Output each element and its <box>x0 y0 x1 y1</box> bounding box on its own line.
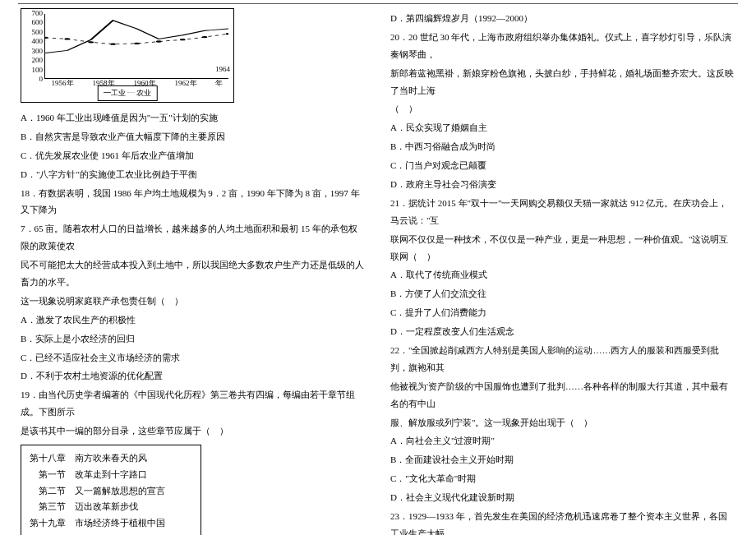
agri-markers <box>45 33 228 45</box>
q22-stem: 22．"全国掀起削减西方人特别是美国人影响的运动……西方人的服装和西服受到批判，… <box>390 342 735 376</box>
series-industry-line <box>45 21 228 53</box>
chart-lines-svg <box>45 14 228 78</box>
q18-option-a: A．激发了农民生产的积极性 <box>21 311 366 329</box>
q20-stem: （ ） <box>390 100 735 118</box>
q21-stem: 21．据统计 2015 年"双十一"一天网购交易额仅天猫一家就达 912 亿元。… <box>390 195 735 229</box>
q21-option-a: A．取代了传统商业模式 <box>390 266 735 284</box>
q21-option-c: C．提升了人们消费能力 <box>390 304 735 321</box>
q21-option-b: B．方便了人们交流交往 <box>390 285 735 302</box>
q17-option-b: B．自然灾害是导致农业产值大幅度下降的主要原因 <box>21 128 366 145</box>
q18-option-d: D．不利于农村土地资源的优化配置 <box>21 367 366 385</box>
q17-option-d: D．"八字方针"的实施使工农业比例趋于平衡 <box>21 166 366 183</box>
xtick: 1956年 <box>52 76 74 90</box>
svg-point-3 <box>110 43 116 44</box>
q18-stem: 这一现象说明家庭联产承包责任制（ ） <box>21 293 366 310</box>
q20-option-c: C．门当户对观念已颠覆 <box>390 157 735 174</box>
chart-plot-area <box>44 14 228 79</box>
q20-option-d: D．政府主导社会习俗演变 <box>390 176 735 193</box>
toc-line: 第一节 配套的改革规划 <box>30 532 192 535</box>
ytick: 0 <box>23 72 43 86</box>
svg-point-0 <box>45 37 48 39</box>
chart-legend: ━工业 ┄ 农业 <box>98 85 158 101</box>
toc-line: 第一节 改革走到十字路口 <box>30 467 192 483</box>
q20-option-a: A．民众实现了婚姻自主 <box>390 119 735 136</box>
q19-stem: 19．由当代历史学者编著的《中国现代化历程》第三卷共有四编，每编由若干章节组成。… <box>21 386 366 421</box>
q22-option-b: B．全面建设社会主义开始时期 <box>390 451 735 468</box>
xtick: 1964年 <box>215 62 230 90</box>
q19-toc-box: 第十八章 南方吹来春天的风 第一节 改革走到十字路口 第二节 又一篇解放思想的宣… <box>21 445 201 535</box>
svg-point-1 <box>64 38 70 39</box>
q22-option-c: C．"文化大革命"时期 <box>390 470 735 487</box>
q18-option-c: C．已经不适应社会主义市场经济的需求 <box>21 349 366 367</box>
right-column: D．第四编辉煌岁月（1992—2000） 20．20 世纪 30 年代，上海市政… <box>390 8 735 527</box>
left-column: 700 600 500 400 300 200 100 0 1956年 1958… <box>21 8 366 527</box>
two-column-layout: 700 600 500 400 300 200 100 0 1956年 1958… <box>21 8 735 527</box>
svg-point-5 <box>156 40 162 42</box>
q22-option-a: A．向社会主义"过渡时期" <box>390 432 735 450</box>
q22-stem: 他被视为'资产阶级的'中国服饰也遭到了批判……各种各样的制服大行其道，其中最有名… <box>390 378 735 413</box>
toc-line: 第二节 又一篇解放思想的宣言 <box>30 483 192 500</box>
toc-line: 第三节 迈出改革新步伐 <box>30 499 192 515</box>
q20-stem: 20．20 世纪 30 年代，上海市政府组织举办集体婚礼。仪式上，喜字纱灯引导，… <box>390 29 735 63</box>
page-top-rule <box>18 3 738 4</box>
q22-option-d: D．社会主义现代化建设新时期 <box>390 489 735 506</box>
q19-option-d: D．第四编辉煌岁月（1992—2000） <box>390 10 735 27</box>
svg-point-4 <box>134 43 140 44</box>
q22-stem: 服、解放服或列宁装"。这一现象开始出现于（ ） <box>390 414 735 431</box>
q20-stem: 新郎着蓝袍黑褂，新娘穿粉色旗袍，头披白纱，手持鲜花，婚礼场面整齐宏大。这反映了当… <box>390 65 735 99</box>
q18-stem: 民不可能把太大的经营成本投入到土地中，所以我国绝大多数农户生产力还是低级的人畜力… <box>21 256 366 291</box>
toc-line: 第十九章 市场经济终于植根中国 <box>30 515 192 532</box>
q21-stem: 联网不仅仅是一种技术，不仅仅是一种产业，更是一种思想，一种价值观。"这说明互联网… <box>390 231 735 265</box>
q23-stem: 23．1929—1933 年，首先发生在美国的经济危机迅速席卷了整个资本主义世界… <box>390 508 735 535</box>
svg-point-8 <box>226 33 228 35</box>
line-chart-box: 700 600 500 400 300 200 100 0 1956年 1958… <box>21 8 234 103</box>
q19-stem: 是该书其中一编的部分目录，这些章节应属于（ ） <box>21 422 366 440</box>
xtick: 1962年 <box>175 76 197 90</box>
q18-stem: 18．有数据表明，我国 1986 年户均土地规模为 9．2 亩，1990 年下降… <box>21 185 366 219</box>
svg-point-2 <box>88 41 94 43</box>
q21-option-d: D．一定程度改变人们生活观念 <box>390 323 735 340</box>
svg-point-6 <box>180 39 186 40</box>
toc-line: 第十八章 南方吹来春天的风 <box>30 450 192 467</box>
q18-option-b: B．实际上是小农经济的回归 <box>21 330 366 348</box>
svg-point-7 <box>202 36 208 38</box>
q18-stem: 7．65 亩。随着农村人口的日益增长，越来越多的人均土地面积和最初 15 年的承… <box>21 220 366 255</box>
q17-option-a: A．1960 年工业出现峰值是因为"一五"计划的实施 <box>21 109 366 127</box>
q20-option-b: B．中西习俗融合成为时尚 <box>390 138 735 155</box>
q17-option-c: C．优先发展农业使 1961 年后农业产值增加 <box>21 147 366 164</box>
